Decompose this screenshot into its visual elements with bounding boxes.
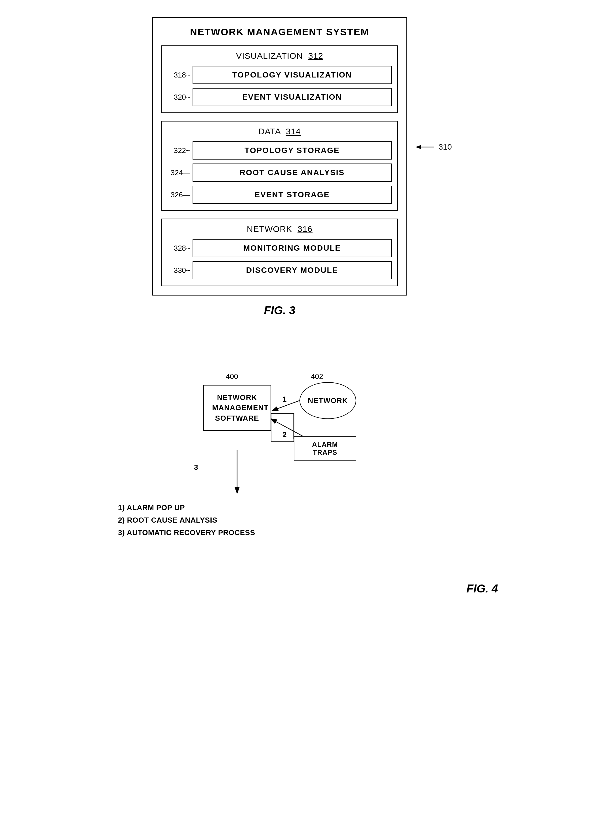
event-storage-box: EVENT STORAGE [192,186,392,204]
topology-storage-row: 322~ TOPOLOGY STORAGE [168,141,392,160]
network-ellipse: NETWORK [299,382,356,419]
ref-328: 328~ [168,244,190,253]
ref-318: 318~ [168,71,190,79]
monitoring-row: 328~ MONITORING MODULE [168,239,392,257]
data-label: DATA [258,127,280,136]
monitoring-module-box: MONITORING MODULE [192,239,392,257]
data-num: 314 [286,127,301,136]
ref-330: 330~ [168,266,190,275]
data-header: DATA 314 [168,127,392,136]
event-visualization-box: EVENT VISUALIZATION [192,88,392,106]
nms-software-label: NETWORK MANAGEMENT SOFTWARE [212,393,268,422]
network-ellipse-label: NETWORK [308,396,348,405]
ref-322: 322~ [168,146,190,155]
root-cause-row: 324— ROOT CAUSE ANALYSIS [168,163,392,182]
svg-line-5 [271,419,305,437]
nms-title: NETWORK MANAGEMENT SYSTEM [161,26,398,37]
root-cause-analysis-box: ROOT CAUSE ANALYSIS [192,163,392,182]
network-num: 316 [298,224,312,234]
ref-402: 402 [311,372,323,381]
visualization-num: 312 [308,51,323,60]
nms-software-box: NETWORK MANAGEMENT SOFTWARE [203,385,271,431]
topology-visualization-box: TOPOLOGY VISUALIZATION [192,66,392,84]
arrow-label-3: 3 [194,463,198,472]
ref-310: 310 [439,143,452,152]
output-item-1: 1) ALARM POP UP [118,501,255,514]
output-item-2: 2) ROOT CAUSE ANALYSIS [118,514,255,526]
ref-324: 324— [168,168,190,177]
visualization-label: VISUALIZATION [236,51,303,60]
fig4-diagram: 400 402 NETWORK MANAGEMENT SOFTWARE NETW… [95,356,521,612]
discovery-module-box: DISCOVERY MODULE [192,261,392,280]
fig3-container: NETWORK MANAGEMENT SYSTEM VISUALIZATION … [152,17,464,317]
discovery-row: 330~ DISCOVERY MODULE [168,261,392,280]
network-label: NETWORK [247,224,292,234]
nms-outer-box: NETWORK MANAGEMENT SYSTEM VISUALIZATION … [152,17,407,296]
topology-storage-box: TOPOLOGY STORAGE [192,141,392,160]
fig4-caption: FIG. 4 [466,582,498,595]
visualization-section: VISUALIZATION 312 318~ TOPOLOGY VISUALIZ… [161,46,398,113]
output-list: 1) ALARM POP UP 2) ROOT CAUSE ANALYSIS 3… [118,501,255,539]
network-section: NETWORK 316 328~ MONITORING MODULE 330~ … [161,219,398,286]
arrow-label-2: 2 [283,430,286,439]
arrow-label-1: 1 [283,395,286,404]
ref-326: 326— [168,190,190,199]
ref-320: 320~ [168,93,190,102]
fig4-container: 400 402 NETWORK MANAGEMENT SOFTWARE NETW… [95,356,521,612]
alarm-traps-box: ALARM TRAPS [294,436,356,461]
event-storage-row: 326— EVENT STORAGE [168,186,392,204]
event-viz-row: 320~ EVENT VISUALIZATION [168,88,392,106]
ref-400: 400 [226,372,238,381]
alarm-traps-label: ALARM TRAPS [312,441,338,456]
output-item-3: 3) AUTOMATIC RECOVERY PROCESS [118,526,255,539]
topology-viz-row: 318~ TOPOLOGY VISUALIZATION [168,66,392,84]
visualization-header: VISUALIZATION 312 [168,51,392,61]
fig3-caption: FIG. 3 [152,304,407,317]
network-header: NETWORK 316 [168,224,392,234]
data-section: DATA 314 322~ TOPOLOGY STORAGE 324— ROOT… [161,121,398,210]
